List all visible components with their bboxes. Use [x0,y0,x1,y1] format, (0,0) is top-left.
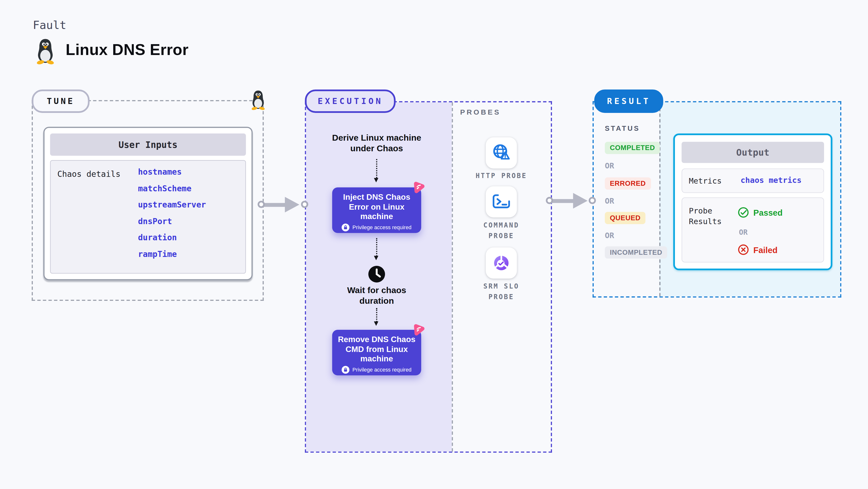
privilege-text: Privilege access required [352,366,411,372]
metrics-label: Metrics [689,175,722,186]
status-badge-errored: ERRORED [605,177,651,190]
arrow-end-dot [589,197,596,204]
fault-diagram: Fault Linux DNS Error TUNE User Inputs C… [0,0,868,489]
or-separator: OR [739,228,748,236]
privilege-row: Privilege access required [332,223,421,231]
http-probe-label: HTTP PROBE [465,171,537,182]
user-inputs-card: User Inputs Chaos details hostnames matc… [43,127,253,280]
lock-icon [342,223,349,231]
globe-alert-icon [491,143,511,163]
execution-section-pill: EXECUTION [305,90,396,113]
derive-step-label: Derive Linux machine under Chaos [324,132,430,154]
fault-kicker: Fault [33,18,66,32]
page-title: Linux DNS Error [66,41,188,59]
arrow-head-icon [573,193,588,209]
connector-derive-to-inject [376,159,377,180]
passed-text: Passed [753,208,782,217]
status-badge-completed: COMPLETED [605,142,660,154]
chaos-experiment-icon [410,180,426,196]
param-ramptime: rampTime [138,250,177,258]
probe-results-label: Probe Results [689,206,728,227]
srm-slo-probe-card [486,248,517,279]
privilege-text: Privilege access required [352,224,411,230]
or-separator: OR [605,196,614,205]
wait-step-label: Wait for chaos duration [338,285,416,306]
arrow-line [264,203,287,206]
param-duration: duration [138,233,177,242]
failed-text: Failed [753,245,777,254]
arrow-start-dot [257,201,265,208]
arrow-start-dot [546,197,553,204]
privilege-row: Privilege access required [332,366,421,373]
probes-label: PROBES [460,108,501,116]
connector-inject-to-wait [376,238,377,258]
terminal-icon [491,192,511,212]
linux-tux-icon [34,38,56,65]
or-separator: OR [605,231,614,240]
x-circle-icon [738,244,749,255]
connector-wait-to-remove [376,308,377,324]
check-circle-icon [738,207,749,218]
user-inputs-header: User Inputs [50,133,246,156]
chaos-experiment-icon [410,322,426,338]
param-hostnames: hostnames [138,167,182,176]
tune-section-pill: TUNE [32,90,90,113]
remove-chaos-node: Remove DNS Chaos CMD from Linux machine … [332,330,421,376]
param-dnsport: dnsPort [138,217,172,226]
status-badge-incompleted: INCOMPLETED [605,246,668,259]
or-separator: OR [605,161,614,170]
metrics-value: chaos metrics [741,175,802,185]
srm-slo-probe-label: SRM SLO PROBE [479,281,524,302]
arrow-line [552,199,576,203]
output-header: Output [682,142,824,163]
chaos-details-label: Chaos details [57,170,120,178]
arrow-end-dot [301,201,308,208]
command-probe-card [486,186,517,217]
output-card: Output Metrics chaos metrics Probe Resul… [673,133,832,270]
status-badge-queued: QUEUED [605,212,646,224]
probe-result-failed: Failed [738,244,777,255]
http-probe-card [486,137,517,168]
lock-icon [342,366,349,373]
linux-tux-corner-icon [250,90,267,111]
metrics-row: Metrics chaos metrics [682,168,824,193]
probe-result-passed: Passed [738,207,783,218]
command-probe-label: COMMAND PROBE [479,220,524,241]
probe-results-row: Probe Results Passed OR Failed [682,197,824,262]
chaos-details-panel: Chaos details hostnames matchScheme upst… [50,160,246,273]
result-section-pill: RESULT [594,90,663,113]
slo-donut-check-icon [491,253,511,273]
inject-chaos-node: Inject DNS Chaos Error on Linux machine … [332,188,421,233]
param-upstreamserver: upstreamServer [138,200,206,209]
inject-node-title: Inject DNS Chaos Error on Linux machine [332,188,421,222]
arrow-head-icon [285,197,299,213]
wait-clock-icon [368,265,386,283]
param-matchscheme: matchScheme [138,184,191,193]
status-label: STATUS [605,125,640,132]
remove-node-title: Remove DNS Chaos CMD from Linux machine [332,330,421,364]
